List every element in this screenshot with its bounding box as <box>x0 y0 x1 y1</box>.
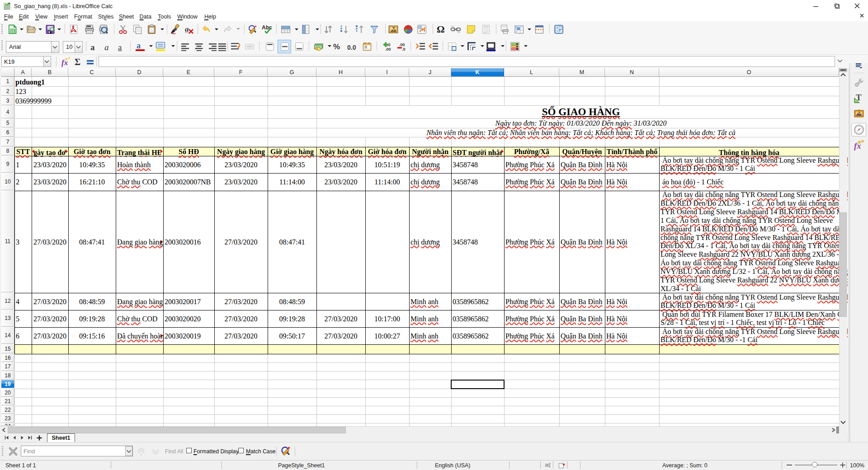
svg-text:a: a <box>185 25 189 33</box>
svg-text:Abc: Abc <box>262 24 272 31</box>
svg-text:.0: .0 <box>402 47 406 52</box>
svg-text:.00: .00 <box>385 47 391 52</box>
svg-text:.00: .00 <box>399 42 405 47</box>
svg-text:.0: .0 <box>387 42 391 47</box>
svg-text:a: a <box>137 41 141 50</box>
svg-text:Ω: Ω <box>437 24 445 35</box>
